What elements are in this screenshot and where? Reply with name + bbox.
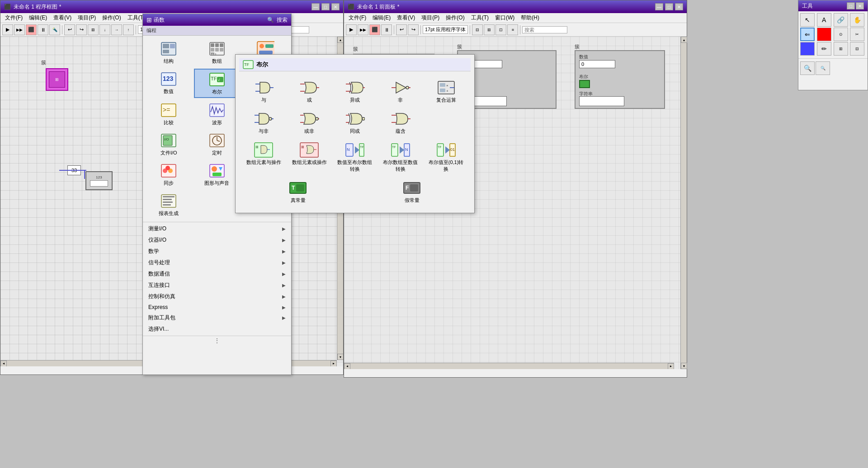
bd-cluster-ctrl[interactable]: ⊞ xyxy=(46,68,68,91)
submenu-control-sim[interactable]: 控制和仿真 ▶ xyxy=(143,291,291,302)
front-pause[interactable]: ⏸ xyxy=(381,24,392,35)
front-minimize[interactable]: — xyxy=(655,3,663,10)
menu-project[interactable]: 项目(P) xyxy=(75,13,99,23)
submenu-select-vi[interactable]: 选择VI... xyxy=(143,323,291,335)
front-menu-file[interactable]: 文件(F) xyxy=(346,13,369,23)
bool-not[interactable]: 非 xyxy=(379,78,421,105)
minimize-button[interactable]: — xyxy=(311,3,320,10)
front-abort[interactable]: ⬛ xyxy=(369,24,380,35)
scroll-left-btn[interactable]: ◂ xyxy=(0,360,7,367)
front-run[interactable]: ▶ xyxy=(346,24,357,35)
bool-or[interactable]: 或 xyxy=(288,78,330,105)
front-scroll-track-v[interactable] xyxy=(681,43,687,363)
front-scrollbar-h[interactable]: ◂ ▸ xyxy=(344,363,674,369)
palette-fileio[interactable]: I/O 文件I/O xyxy=(146,130,192,159)
tool-color[interactable] xyxy=(817,28,831,41)
palette-numeric[interactable]: 123 数值 xyxy=(146,69,192,98)
scroll-right-btn[interactable]: ▸ xyxy=(330,360,337,367)
close-button[interactable]: ✕ xyxy=(331,3,340,10)
panel-scroll-indicator[interactable]: ⋮ xyxy=(143,336,291,345)
menu-operate[interactable]: 操作(O) xyxy=(99,13,123,23)
front-menu-operate[interactable]: 操作(O) xyxy=(443,13,467,23)
search-icon[interactable]: 🔍 xyxy=(267,17,274,23)
tools-controls[interactable]: □ ✕ xyxy=(847,2,864,9)
bool-nor[interactable]: 或非 xyxy=(288,109,330,136)
maximize-button[interactable]: □ xyxy=(321,3,330,10)
tool-tab[interactable]: ⊞ xyxy=(834,42,848,56)
run-button[interactable]: ▶ xyxy=(2,24,13,35)
front-maximize[interactable]: □ xyxy=(665,3,673,10)
submenu-express[interactable]: Express ▶ xyxy=(143,302,291,312)
bool-nand[interactable]: 与非 xyxy=(243,109,285,136)
menu-edit[interactable]: 编辑(E) xyxy=(26,13,50,23)
front-menu-window[interactable]: 窗口(W) xyxy=(492,13,517,23)
front-dist[interactable]: ⊞ xyxy=(484,24,495,35)
scroll-down-btn[interactable]: ▾ xyxy=(337,354,343,360)
front-menu-tools[interactable]: 工具(T) xyxy=(468,13,491,23)
front-menu-help[interactable]: 帮助(H) xyxy=(518,13,542,23)
front-scroll-left[interactable]: ◂ xyxy=(344,363,350,370)
scroll-up-btn[interactable]: ▴ xyxy=(337,37,343,43)
tool-color2[interactable] xyxy=(800,42,815,56)
bool-num-to-bool[interactable]: N TF 数值至布尔数组转换 xyxy=(334,140,376,174)
submenu-datacomm[interactable]: 数据通信 ▶ xyxy=(143,268,291,280)
submenu-math[interactable]: 数学 ▶ xyxy=(143,246,291,257)
front-scroll-right[interactable]: ▸ xyxy=(668,363,674,370)
palette-waveform[interactable]: 波形 xyxy=(194,100,241,128)
tool-probe[interactable]: ⊙ xyxy=(834,28,848,41)
bool-true-const[interactable]: T 真常量 xyxy=(243,178,353,206)
front-redo[interactable]: ↪ xyxy=(408,24,419,35)
pause-button[interactable]: ⏸ xyxy=(38,24,48,35)
step-out[interactable]: ↑ xyxy=(123,24,134,35)
submenu-measurement-io[interactable]: 测量I/O ▶ xyxy=(143,223,291,234)
front-window-controls[interactable]: — □ ✕ xyxy=(655,3,683,10)
front-align[interactable]: ⊟ xyxy=(472,24,483,35)
front-scroll-down[interactable]: ▾ xyxy=(681,363,687,369)
run-cont-button[interactable]: ▶▶ xyxy=(14,24,25,35)
clean-button[interactable]: ⊞ xyxy=(88,24,99,35)
bool-array-and[interactable]: ⊞ 数组元素与操作 xyxy=(243,140,285,174)
bool-compound[interactable]: × + 复合运算 xyxy=(425,78,467,105)
palette-sync[interactable]: 同步 xyxy=(146,160,192,189)
palette-timing[interactable]: 定时 xyxy=(194,130,241,159)
tool-arrow[interactable]: ⇐ xyxy=(800,28,815,41)
bool-false-const[interactable]: F 假常量 xyxy=(357,178,467,206)
bool-to-01[interactable]: TF 01 布尔值至(0,1)转换 xyxy=(425,140,467,174)
tools-restore[interactable]: □ xyxy=(847,2,855,9)
bool-array-or[interactable]: ⊞ 数组元素或操作 xyxy=(288,140,330,174)
palette-array[interactable]: 1 2 3 数组 xyxy=(194,38,241,67)
fp-far-string-ctrl[interactable] xyxy=(579,96,624,106)
tool-zoom-in[interactable]: 🔍 xyxy=(800,61,815,75)
front-close[interactable]: ✕ xyxy=(675,3,683,10)
tool-hand[interactable]: ✋ xyxy=(850,13,864,27)
front-menu-project[interactable]: 项目(P) xyxy=(419,13,442,23)
step-into[interactable]: ↓ xyxy=(99,24,110,35)
fp-far-bool-ctrl[interactable] xyxy=(579,80,590,88)
submenu-instrument-io[interactable]: 仪器I/O ▶ xyxy=(143,234,291,246)
bool-and[interactable]: 与 xyxy=(243,78,285,105)
front-font-selector[interactable]: 17pt 应用程序字体 xyxy=(423,25,468,34)
front-scroll-up[interactable]: ▴ xyxy=(681,37,687,43)
front-size[interactable]: ⊡ xyxy=(495,24,506,35)
tool-zoom-out[interactable]: 🔍 xyxy=(816,61,830,75)
menu-view[interactable]: 查看(V) xyxy=(51,13,74,23)
front-undo[interactable]: ↩ xyxy=(396,24,407,35)
palette-structure[interactable]: 结构 xyxy=(146,38,192,67)
prog-window-controls[interactable]: — □ ✕ xyxy=(311,3,340,10)
front-menu-edit[interactable]: 编辑(E) xyxy=(370,13,393,23)
tool-text[interactable]: A xyxy=(817,13,831,27)
debug-button[interactable]: 🔦 xyxy=(49,24,60,35)
tool-extra[interactable]: ⊟ xyxy=(850,42,864,56)
front-run-cont[interactable]: ▶▶ xyxy=(358,24,368,35)
front-menu-view[interactable]: 查看(V) xyxy=(394,13,418,23)
tools-close[interactable]: ✕ xyxy=(856,2,864,9)
abort-button[interactable]: ⬛ xyxy=(26,24,37,35)
front-scrollbar-v[interactable]: ▴ ▾ xyxy=(680,37,687,369)
bd-numeric-block[interactable]: 123 xyxy=(85,171,113,190)
undo-button[interactable]: ↩ xyxy=(64,24,75,35)
palette-graphics[interactable]: 图形与声音 xyxy=(194,160,241,189)
bool-implies[interactable]: 蕴含 xyxy=(379,109,421,136)
submenu-signal[interactable]: 信号处理 ▶ xyxy=(143,257,291,268)
step-over[interactable]: → xyxy=(111,24,122,35)
submenu-interconnect[interactable]: 互连接口 ▶ xyxy=(143,280,291,291)
